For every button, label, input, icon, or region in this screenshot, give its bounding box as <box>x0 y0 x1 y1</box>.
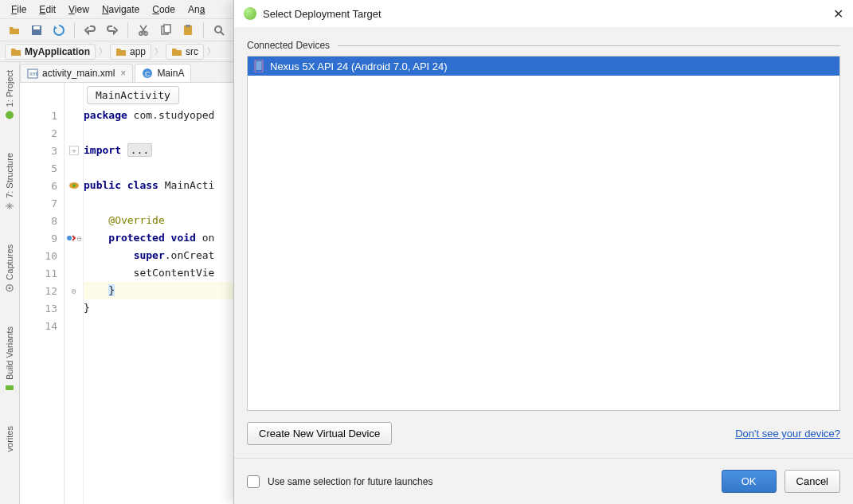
device-label: Nexus 5X API 24 (Android 7.0, API 24) <box>270 61 448 72</box>
device-row[interactable]: Nexus 5X API 24 (Android 7.0, API 24) <box>248 57 839 76</box>
svg-text:C: C <box>145 70 151 78</box>
gutter[interactable]: 123567891011121314 <box>20 83 65 504</box>
device-list[interactable]: Nexus 5X API 24 (Android 7.0, API 24) <box>247 56 840 411</box>
find-icon[interactable] <box>209 21 229 39</box>
same-selection-checkbox[interactable] <box>247 475 260 488</box>
svg-rect-21 <box>256 61 262 70</box>
gutter-markers[interactable]: +⊖⊖ <box>65 83 84 504</box>
close-icon[interactable]: ✕ <box>833 6 843 21</box>
deployment-target-dialog: Select Deployment Target ✕ Connected Dev… <box>233 0 853 504</box>
menu-file[interactable]: File <box>5 2 33 18</box>
paste-icon[interactable] <box>178 21 198 39</box>
svg-point-8 <box>215 26 221 33</box>
crumb-src[interactable]: src <box>166 44 204 60</box>
tool-tab-project[interactable]: 1: Project <box>3 65 16 124</box>
copy-icon[interactable] <box>156 21 175 39</box>
dialog-footer: Use same selection for future launches O… <box>234 458 853 504</box>
connected-devices-label: Connected Devices <box>247 40 840 51</box>
open-icon[interactable] <box>5 21 24 39</box>
svg-text:xml: xml <box>29 71 38 76</box>
close-icon[interactable]: × <box>120 68 126 79</box>
tool-tab-favorites[interactable]: vorites <box>3 421 16 456</box>
checkbox-label: Use same selection for future launches <box>268 476 432 487</box>
menu-navigate[interactable]: Navigate <box>96 2 146 18</box>
svg-point-18 <box>72 184 76 187</box>
class-icon: C <box>142 68 153 79</box>
xml-icon: xml <box>27 68 38 79</box>
svg-rect-5 <box>164 25 170 33</box>
save-icon[interactable] <box>27 21 46 39</box>
cut-icon[interactable] <box>134 21 153 39</box>
svg-rect-12 <box>6 385 14 390</box>
sync-icon[interactable] <box>49 21 68 39</box>
svg-point-19 <box>67 236 72 240</box>
code-breadcrumb[interactable]: MainActivity <box>87 86 179 104</box>
phone-icon <box>254 60 264 72</box>
cancel-button[interactable]: Cancel <box>785 470 840 493</box>
android-icon <box>244 7 256 20</box>
redo-icon[interactable] <box>103 21 122 39</box>
dialog-title: Select Deployment Target <box>263 8 382 20</box>
undo-icon[interactable] <box>80 21 100 39</box>
dialog-titlebar: Select Deployment Target ✕ <box>234 0 853 27</box>
help-link[interactable]: Don't see your device? <box>735 428 840 440</box>
crumb-project[interactable]: MyApplication <box>5 44 96 60</box>
svg-rect-7 <box>186 25 190 27</box>
menu-edit[interactable]: Edit <box>33 2 62 18</box>
tool-tab-structure[interactable]: 7: Structure <box>3 148 16 216</box>
menu-analyze[interactable]: Ana <box>182 2 211 18</box>
svg-rect-1 <box>33 26 40 29</box>
tool-tab-captures[interactable]: Captures <box>3 240 16 298</box>
menu-code[interactable]: Code <box>146 2 182 18</box>
ok-button[interactable]: OK <box>722 470 777 493</box>
menu-view[interactable]: View <box>62 2 96 18</box>
chevron-right-icon: 〉 <box>99 46 107 57</box>
left-tool-tabs: 1: Project 7: Structure Captures Build V… <box>0 62 20 504</box>
svg-point-11 <box>9 287 11 289</box>
tool-tab-build-variants[interactable]: Build Variants <box>3 322 16 397</box>
crumb-module[interactable]: app <box>110 44 151 60</box>
create-virtual-device-button[interactable]: Create New Virtual Device <box>247 422 392 445</box>
svg-point-9 <box>6 111 14 119</box>
file-tab-mainactivity[interactable]: C MainA <box>135 64 191 82</box>
chevron-right-icon: 〉 <box>207 46 215 57</box>
chevron-right-icon: 〉 <box>155 46 162 57</box>
file-tab-activity-main[interactable]: xml activity_main.xml × <box>20 64 133 82</box>
